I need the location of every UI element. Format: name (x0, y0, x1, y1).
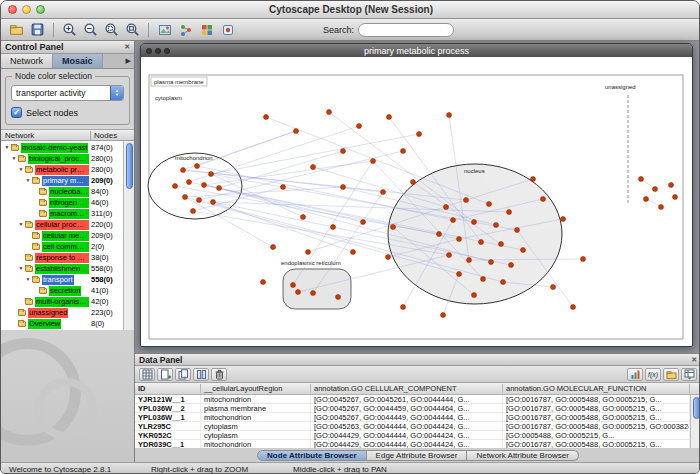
graph-node[interactable] (494, 223, 499, 228)
graph-node[interactable] (341, 149, 346, 154)
control-panel-close-icon[interactable]: ✕ (124, 43, 130, 51)
graph-node[interactable] (341, 185, 346, 190)
graph-node[interactable] (387, 115, 392, 120)
graph-node[interactable] (202, 183, 207, 188)
graph-node[interactable] (191, 209, 196, 214)
network-overview-button[interactable] (176, 20, 195, 39)
select-attributes-button[interactable] (139, 368, 155, 381)
graph-edge[interactable] (219, 151, 343, 188)
graph-node[interactable] (669, 183, 674, 188)
inner-zoom-button[interactable] (164, 48, 170, 54)
inner-close-button[interactable] (146, 48, 152, 54)
expander-icon[interactable]: ▼ (10, 153, 18, 164)
graph-node[interactable] (464, 198, 469, 203)
graph-node[interactable] (401, 305, 406, 310)
open-session-button[interactable] (7, 20, 26, 39)
graph-node[interactable] (183, 195, 188, 200)
tab-mosaic[interactable]: Mosaic (53, 54, 103, 68)
graph-node[interactable] (501, 280, 506, 285)
graph-node[interactable] (209, 172, 214, 177)
graph-node[interactable] (571, 305, 576, 310)
modify-attribute-button[interactable] (193, 368, 209, 381)
graph-node[interactable] (444, 205, 449, 210)
graph-node[interactable] (187, 180, 192, 185)
copy-attribute-button[interactable] (175, 368, 191, 381)
zoom-window-button[interactable] (36, 5, 45, 14)
zoom-selected-button[interactable] (102, 20, 121, 39)
graph-node[interactable] (507, 210, 512, 215)
graph-node[interactable] (357, 124, 362, 129)
expander-icon[interactable]: ▼ (24, 175, 32, 186)
tab-overflow-icon[interactable]: ▶ (123, 54, 134, 68)
graph-node[interactable] (217, 186, 222, 191)
create-attribute-button[interactable] (157, 368, 173, 381)
graph-node[interactable] (331, 225, 336, 230)
graph-node[interactable] (467, 258, 472, 263)
tree-column-network[interactable]: Network (1, 131, 90, 140)
delete-attribute-button[interactable] (211, 368, 227, 381)
tab-network[interactable]: Network (1, 54, 53, 68)
search-input[interactable] (358, 23, 454, 37)
graph-node[interactable] (653, 187, 658, 192)
graph-node[interactable] (487, 202, 492, 207)
minimize-button[interactable] (22, 5, 31, 14)
graph-node[interactable] (261, 280, 266, 285)
zoom-out-button[interactable] (81, 20, 100, 39)
expander-icon[interactable]: ▼ (17, 164, 25, 175)
graph-node[interactable] (521, 248, 526, 253)
graph-node[interactable] (644, 197, 649, 202)
graph-node[interactable] (472, 220, 477, 225)
tree-scrollbar-thumb[interactable] (126, 143, 133, 189)
graph-node[interactable] (639, 177, 644, 182)
graph-node[interactable] (531, 177, 536, 182)
graph-node[interactable] (401, 149, 406, 154)
tree-column-nodes[interactable]: Nodes (90, 131, 134, 140)
network-canvas-area[interactable]: plasma membranecytoplasmmitochondrionnuc… (141, 57, 692, 346)
tab-network-attribute-browser[interactable]: Network Attribute Browser (467, 450, 578, 461)
graph-node[interactable] (173, 184, 178, 189)
table-row[interactable]: YDR039C__1mitochondrion[GO:0044429, GO:0… (135, 440, 690, 448)
graph-node[interactable] (336, 295, 341, 300)
graph-node[interactable] (515, 228, 520, 233)
network-canvas[interactable]: plasma membranecytoplasmmitochondrionnuc… (141, 57, 692, 346)
graph-node[interactable] (381, 190, 386, 195)
graph-node[interactable] (659, 205, 664, 210)
node-color-dropdown[interactable]: transporter activity ▲▼ (11, 85, 124, 101)
graph-node[interactable] (264, 115, 269, 120)
table-column-header[interactable]: ID (135, 384, 201, 393)
graph-node[interactable] (296, 290, 301, 295)
graph-node[interactable] (541, 197, 546, 202)
graph-node[interactable] (291, 283, 296, 288)
graph-node[interactable] (489, 260, 494, 265)
graph-node[interactable] (509, 263, 514, 268)
plugin-button[interactable] (218, 20, 237, 39)
graph-node[interactable] (457, 237, 462, 242)
vizmapper-button[interactable] (197, 20, 216, 39)
inner-minimize-button[interactable] (155, 48, 161, 54)
tab-edge-attribute-browser[interactable]: Edge Attribute Browser (367, 450, 468, 461)
formula-builder-button[interactable]: f(x) (645, 368, 661, 381)
expander-icon[interactable]: ▼ (17, 219, 25, 230)
graph-node[interactable] (181, 168, 186, 173)
graph-node[interactable] (361, 220, 366, 225)
table-scrollbar-thumb[interactable] (693, 397, 700, 419)
graph-node[interactable] (311, 291, 316, 296)
graph-node[interactable] (472, 293, 477, 298)
table-column-header[interactable]: annotation.GO CELLULAR_COMPONENT (311, 384, 503, 393)
open-attribute-file-button[interactable] (663, 368, 679, 381)
table-column-header[interactable]: __cellularLayoutRegion (201, 384, 311, 393)
graph-node[interactable] (447, 113, 452, 118)
graph-node[interactable] (451, 218, 456, 223)
graph-node[interactable] (301, 215, 306, 220)
graph-node[interactable] (306, 250, 311, 255)
data-panel-close-icon[interactable]: ✕ (691, 356, 697, 364)
zoom-in-button[interactable] (60, 20, 79, 39)
graph-node[interactable] (371, 159, 376, 164)
table-scrollbar[interactable] (690, 395, 700, 448)
zoom-fit-button[interactable] (123, 20, 142, 39)
tree-row[interactable]: Overview8(0) (1, 318, 123, 329)
table-column-header[interactable]: annotation.GO MOLECULAR_FUNCTION (503, 384, 690, 393)
graph-node[interactable] (417, 132, 422, 137)
attribute-chart-button[interactable] (627, 368, 643, 381)
expander-icon[interactable]: ▼ (3, 142, 11, 153)
